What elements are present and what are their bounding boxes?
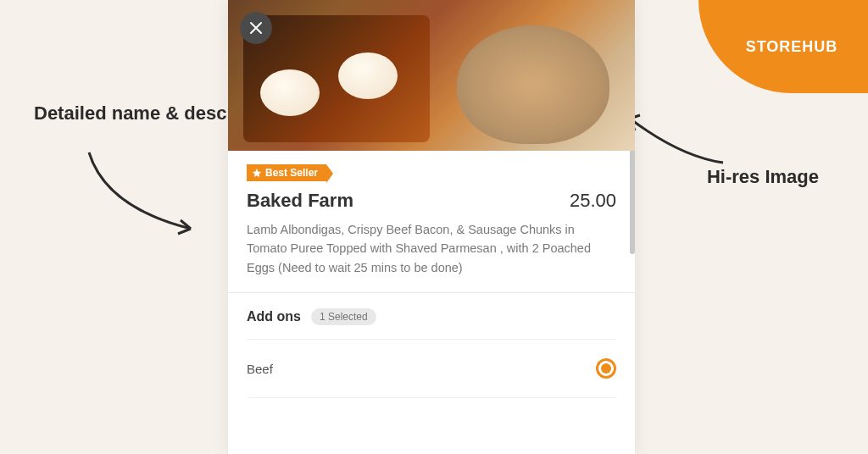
hero-image xyxy=(228,0,635,151)
item-details: Best Seller Baked Farm 25.00 Lamb Albond… xyxy=(228,151,635,293)
addons-header: Add ons 1 Selected xyxy=(247,308,616,340)
food-decoration xyxy=(260,69,320,116)
brand-logo-text: STOREHUB xyxy=(746,38,838,56)
star-icon xyxy=(252,168,262,178)
addons-section: Add ons 1 Selected Beef xyxy=(228,293,635,398)
close-button[interactable] xyxy=(240,12,272,44)
item-description: Lamb Albondigas, Crispy Beef Bacon, & Sa… xyxy=(247,220,616,277)
item-title: Baked Farm xyxy=(247,190,353,212)
close-icon xyxy=(249,21,263,35)
addon-name: Beef xyxy=(247,362,273,376)
addon-radio[interactable] xyxy=(596,358,616,379)
brand-corner: STOREHUB xyxy=(698,0,868,93)
product-detail-modal: Best Seller Baked Farm 25.00 Lamb Albond… xyxy=(228,0,635,454)
selected-count-pill: 1 Selected xyxy=(311,308,376,325)
badge-label: Best Seller xyxy=(265,167,318,179)
arrow-left-icon xyxy=(81,148,216,250)
item-price: 25.00 xyxy=(570,190,616,212)
title-row: Baked Farm 25.00 xyxy=(247,190,616,212)
radio-selected-dot xyxy=(601,363,611,374)
arrow-right-icon xyxy=(621,110,732,169)
addons-title: Add ons xyxy=(247,309,301,324)
best-seller-badge: Best Seller xyxy=(247,164,326,181)
food-decoration xyxy=(338,53,398,99)
addon-row[interactable]: Beef xyxy=(247,340,616,398)
